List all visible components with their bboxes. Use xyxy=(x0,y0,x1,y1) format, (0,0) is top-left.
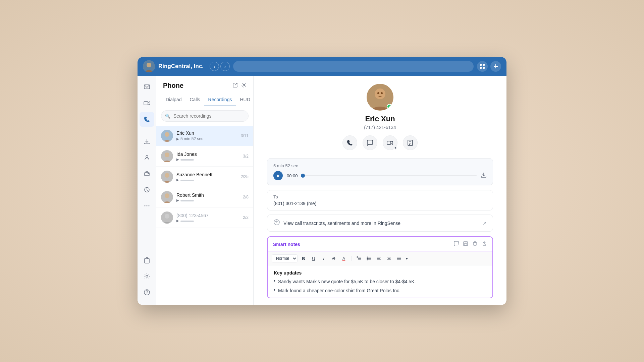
phone-panel: Phone Dialpad Calls Recordings HUD 🔍 xyxy=(156,76,254,305)
notes-button[interactable] xyxy=(403,135,418,150)
phone-tabs: Dialpad Calls Recordings HUD xyxy=(156,94,253,106)
format-style-select[interactable]: Normal xyxy=(272,254,298,262)
to-field: To (801) 301-2139 (me) xyxy=(267,190,493,210)
font-color-button[interactable]: A xyxy=(340,254,348,262)
sidebar-item-messages[interactable] xyxy=(140,80,154,95)
bold-button[interactable]: B xyxy=(300,254,308,262)
align-left-button[interactable] xyxy=(375,254,383,262)
icon-sidebar: Phone xyxy=(138,76,156,305)
contact-status-indicator xyxy=(387,104,392,109)
nav-back-button[interactable]: ‹ xyxy=(210,62,219,71)
recording-item-4[interactable]: Robert Smith ▶ 2/8 xyxy=(156,187,253,207)
audio-current-time: 00:00 xyxy=(287,173,299,178)
bullet-text-2: Mark found a cheaper one-color shirt fro… xyxy=(278,287,400,294)
message-button[interactable] xyxy=(363,135,377,150)
nav-forward-button[interactable]: › xyxy=(220,62,230,71)
smart-notes-delete-icon[interactable] xyxy=(472,241,478,247)
italic-button[interactable]: I xyxy=(320,254,328,262)
tab-calls[interactable]: Calls xyxy=(185,94,204,106)
video-call-button[interactable]: ▼ xyxy=(383,135,397,150)
detail-panel: Eric Xun (717) 421-6134 ▼ xyxy=(254,76,506,305)
sidebar-item-phone[interactable]: Phone xyxy=(140,112,154,127)
sidebar-item-settings[interactable] xyxy=(140,269,154,284)
audio-track[interactable] xyxy=(303,175,477,176)
apps-grid-button[interactable] xyxy=(477,61,488,72)
svg-point-16 xyxy=(148,205,149,206)
ringsense-arrow-icon: ↗ xyxy=(483,221,487,226)
add-button[interactable] xyxy=(490,61,501,72)
phone-popout-icon[interactable] xyxy=(232,82,238,89)
global-search-input[interactable] xyxy=(233,61,474,72)
unordered-list-button[interactable] xyxy=(365,254,373,262)
recording-info-4: Robert Smith ▶ xyxy=(176,192,239,202)
phone-settings-icon[interactable] xyxy=(241,82,247,89)
svg-point-23 xyxy=(165,132,169,137)
svg-point-55 xyxy=(367,258,368,259)
svg-point-34 xyxy=(377,92,379,94)
smart-notes-share-icon[interactable] xyxy=(482,241,487,247)
svg-point-27 xyxy=(165,173,169,178)
phone-panel-header: Phone xyxy=(156,76,253,89)
smart-notes-toolbar: Normal B U I S A 1 xyxy=(268,252,492,265)
align-dropdown-icon[interactable]: ▼ xyxy=(405,257,409,260)
sidebar-item-download[interactable] xyxy=(140,134,154,149)
ringsense-icon xyxy=(273,219,280,227)
svg-point-35 xyxy=(381,92,383,94)
sidebar-item-extensions[interactable] xyxy=(140,253,154,267)
top-bar-actions xyxy=(477,61,501,72)
duration-play-icon-4: ▶ xyxy=(176,198,179,202)
bullet-dot-1: • xyxy=(274,278,275,285)
recording-info-2: Ida Jones ▶ xyxy=(176,152,239,161)
tab-recordings[interactable]: Recordings xyxy=(204,94,236,106)
recording-name-4: Robert Smith xyxy=(176,192,239,198)
ringsense-banner[interactable]: View call transcripts, sentiments and mo… xyxy=(267,215,493,232)
top-bar-nav: ‹ › xyxy=(210,62,230,71)
tab-hud[interactable]: HUD xyxy=(236,94,254,106)
top-bar: RingCentral, Inc. ‹ › xyxy=(138,57,506,76)
phone-header-icons xyxy=(232,82,247,89)
recording-date-2: 3/2 xyxy=(243,154,249,159)
sidebar-item-video[interactable] xyxy=(140,96,154,111)
recording-name-5: (800) 123-4567 xyxy=(176,213,239,218)
recording-date-1: 3/11 xyxy=(241,133,249,138)
play-button[interactable]: ▶ xyxy=(273,171,283,180)
duration-play-icon-2: ▶ xyxy=(176,158,179,161)
search-icon: 🔍 xyxy=(165,114,170,119)
svg-rect-46 xyxy=(474,242,476,245)
recording-item-3[interactable]: Suzanne Bennett ▶ 2/25 xyxy=(156,167,253,187)
sidebar-item-analytics[interactable] xyxy=(140,182,154,197)
tab-dialpad[interactable]: Dialpad xyxy=(162,94,185,106)
sidebar-item-contacts[interactable] xyxy=(140,150,154,165)
recording-date-3: 2/25 xyxy=(241,174,249,179)
svg-rect-12 xyxy=(148,173,149,174)
search-recordings-input[interactable] xyxy=(161,110,249,122)
sidebar-item-fax[interactable] xyxy=(140,166,154,181)
to-label: To xyxy=(273,194,487,199)
sidebar-item-more[interactable] xyxy=(140,198,154,213)
recording-item-5[interactable]: (800) 123-4567 ▶ 2/2 xyxy=(156,207,253,228)
align-center-button[interactable] xyxy=(385,254,393,262)
svg-text:1: 1 xyxy=(357,256,358,258)
svg-rect-5 xyxy=(483,67,485,69)
recording-info-5: (800) 123-4567 ▶ xyxy=(176,213,239,223)
align-more-button[interactable] xyxy=(395,254,403,262)
contact-actions: ▼ xyxy=(342,135,418,150)
contact-header: Eric Xun (717) 421-6134 ▼ xyxy=(267,84,493,150)
recording-name-3: Suzanne Bennett xyxy=(176,172,237,177)
underline-button[interactable]: U xyxy=(310,254,318,262)
smart-notes-comment-icon[interactable] xyxy=(453,241,459,247)
svg-point-56 xyxy=(367,259,368,260)
call-button[interactable] xyxy=(342,135,357,150)
recording-item-2[interactable]: Ida Jones ▶ 3/2 xyxy=(156,146,253,167)
recording-item-1[interactable]: Eric Xun ▶ 5 min 52 sec 3/11 xyxy=(156,126,253,146)
audio-download-icon[interactable] xyxy=(481,172,487,179)
ordered-list-button[interactable]: 1 xyxy=(355,254,363,262)
svg-rect-2 xyxy=(480,64,482,66)
svg-rect-9 xyxy=(144,102,148,105)
svg-point-15 xyxy=(146,205,147,206)
strikethrough-button[interactable]: S xyxy=(330,254,338,262)
audio-controls: ▶ 00:00 xyxy=(273,171,487,180)
notes-key-updates-title: Key updates xyxy=(274,270,486,276)
smart-notes-save-icon[interactable] xyxy=(463,241,468,247)
sidebar-item-help[interactable] xyxy=(140,285,154,300)
